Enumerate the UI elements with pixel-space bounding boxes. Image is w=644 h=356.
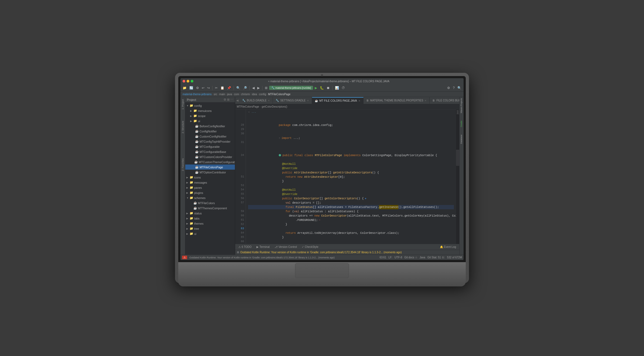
find-more-icon[interactable]: 🔎	[242, 85, 248, 90]
trackpad[interactable]	[295, 263, 349, 278]
java-file-icon: ☕	[193, 206, 197, 210]
copy-icon[interactable]: 📋	[219, 85, 225, 90]
chevron-right-icon: ▶	[186, 232, 189, 235]
undo-icon[interactable]: ↩	[201, 85, 205, 90]
breadcrumb-chrisrm[interactable]: chrisrm	[241, 93, 250, 96]
project-panel-tab[interactable]: 1: Project	[181, 98, 185, 111]
favorites-panel-tab[interactable]: 2: Favorites	[181, 157, 185, 172]
panel-layout-icon[interactable]: ⊞	[227, 98, 229, 101]
tab-nav-left[interactable]: ◀	[235, 99, 239, 102]
status-encoding[interactable]: UTF-8	[395, 256, 402, 259]
terminal-tab[interactable]: ▶ Terminal	[254, 245, 272, 249]
tree-item-panes[interactable]: ▶ 📁 panes	[185, 185, 235, 190]
tree-item-mtthemescomponent[interactable]: ▶ ☕ MTThemesComponent	[185, 206, 235, 211]
tree-item-mtconfigurable[interactable]: ▶ ☕ MTConfigurable	[185, 144, 235, 149]
version-control-tab[interactable]: ⎇ Version Control	[272, 245, 299, 249]
editor-breadcrumb-method[interactable]: getColorDescriptors()	[262, 105, 287, 108]
breadcrumb-root[interactable]: material-theme-jetbrains	[183, 93, 212, 96]
maven-projects-tab[interactable]: Maven Projects	[460, 97, 463, 114]
project-icon[interactable]: 📁	[181, 85, 188, 90]
code-line	[248, 132, 454, 136]
status-position[interactable]: 63:61	[379, 256, 386, 259]
tree-item-status[interactable]: ▶ 📁 status	[185, 211, 235, 216]
tree-item-messages[interactable]: ▶ 📁 messages	[185, 180, 235, 185]
event-log-tab[interactable]: 🔔 Event Log	[438, 245, 458, 249]
tree-item-mtcustomcolorsprovider[interactable]: ▶ ☕ MTCustomColorsProvider	[185, 154, 235, 159]
breadcrumb-java[interactable]: java	[227, 93, 232, 96]
paste-icon[interactable]: 📌	[226, 85, 232, 90]
tree-item-mtconfigurablebase[interactable]: ▶ ☕ MTConfigurableBase	[185, 149, 235, 154]
tab-material-theme-bundle[interactable]: 🗎 MATERIAL THEME BUNDLE.PROPERTIES ✕	[364, 97, 430, 104]
tree-item-tree[interactable]: ▶ 📁 tree	[185, 226, 235, 231]
tree-item-mtfilecolors[interactable]: ▶ ☕ MTFileColors	[185, 200, 235, 206]
back-icon[interactable]: ◀	[251, 85, 256, 90]
tab-build-gradle[interactable]: 🔧 BUILD.GRADLE ✕	[239, 97, 273, 104]
run-icon[interactable]: ▶	[314, 85, 318, 90]
tree-item-config[interactable]: ▼ 📁 config	[185, 103, 235, 108]
tree-item-schemes[interactable]: ▼ 📁 schemes	[185, 195, 235, 200]
tree-item-ui2[interactable]: ▶ 📁 ui	[185, 231, 235, 236]
tab-settings-gradle[interactable]: 🔧 SETTINGS.GRADLE ✕	[273, 97, 312, 104]
breadcrumb-src[interactable]: src	[214, 93, 217, 96]
tree-item-themes[interactable]: ▶ 📁 themes	[185, 221, 235, 226]
search-icon[interactable]: 🔍	[456, 85, 463, 90]
checkstyle-tab[interactable]: ✓ CheckStyle	[300, 245, 321, 249]
breadcrumb-current[interactable]: MTFileColorsPage	[268, 93, 290, 96]
tree-label: status	[194, 212, 202, 215]
tree-item-confignotifier[interactable]: ▶ ☕ ConfigNotifier	[185, 129, 235, 134]
minimize-button[interactable]	[187, 80, 189, 83]
maximize-button[interactable]	[191, 80, 193, 83]
status-lang[interactable]: Java	[420, 256, 425, 259]
run-config-btn[interactable]: 🔧 material-theme-jetbrains [run/ide]	[269, 86, 313, 90]
status-error-badge[interactable]: ⚠	[182, 256, 187, 259]
tree-item-mtoptioncontributor[interactable]: ▶ ☕ MTOptionContributor	[185, 170, 235, 175]
tree-item-customconfignotifier[interactable]: ▶ ☕ CustomConfigNotifier	[185, 134, 235, 139]
code-editor[interactable]: 28 29 30 31 34	[235, 109, 459, 244]
close-icon[interactable]: ✕	[307, 99, 309, 102]
tree-item-plugins[interactable]: ▶ 📁 plugins	[185, 190, 235, 195]
profile-icon[interactable]: ⏱	[341, 85, 346, 90]
help-icon[interactable]: ?	[452, 85, 456, 90]
close-button[interactable]	[183, 80, 185, 83]
tree-item-scope[interactable]: ▶ 📁 scope	[185, 113, 235, 118]
sync-icon[interactable]: 🔄	[188, 85, 194, 90]
todo-tab[interactable]: ⚠ 6 TODO	[236, 245, 254, 249]
panel-more-icon[interactable]: ⋯	[230, 98, 233, 101]
forward-icon[interactable]: ▶	[256, 85, 261, 90]
stop-icon[interactable]: ⏹	[326, 85, 331, 90]
settings2-icon[interactable]: ⚙	[446, 85, 451, 90]
structure-panel-tab[interactable]: 2: Structure	[181, 120, 185, 135]
close-icon[interactable]: ✕	[424, 99, 427, 102]
tree-item-ui[interactable]: ▶ 📁 ui	[185, 118, 235, 124]
debug-icon[interactable]: 🐛	[319, 85, 325, 90]
panel-gear-icon[interactable]: ⚙	[224, 98, 226, 101]
breadcrumb-config[interactable]: config	[259, 93, 266, 96]
tree-item-icons[interactable]: ▶ 📁 icons	[185, 175, 235, 180]
redo-icon[interactable]: ↪	[206, 85, 211, 90]
code-content[interactable]: + ... package com.chrisrm.idea.config;	[246, 109, 456, 244]
tab-mt-file-colors[interactable]: ☕ MT FILE COLORS PAGE.JAVA ✕	[312, 97, 363, 104]
cut-icon[interactable]: ✂	[214, 85, 219, 90]
find-icon[interactable]: 🔍	[235, 85, 241, 90]
todo-label: 6 TODO	[242, 245, 252, 248]
settings-icon[interactable]: ⚙	[195, 85, 200, 90]
close-icon[interactable]: ✕	[268, 99, 270, 102]
breadcrumb-com[interactable]: com	[234, 93, 239, 96]
close-icon[interactable]: ✕	[358, 100, 361, 102]
tree-item-mtcustomthemeconfigurable[interactable]: ▶ ☕ MTCustomThemeConfigurable	[185, 159, 235, 165]
tree-item-menuicons[interactable]: ▶ 📁 menuicons	[185, 108, 235, 113]
tree-item-tabs[interactable]: ▶ 📁 tabs	[185, 216, 235, 221]
database-tab[interactable]: Database	[460, 134, 463, 145]
coverage-icon[interactable]: 📊	[334, 85, 340, 90]
status-memory[interactable]: 532 of 672M	[447, 256, 462, 259]
gradle-tab[interactable]: Gradle	[460, 119, 463, 128]
breadcrumb-idea[interactable]: idea	[252, 93, 257, 96]
tab-file-colors-bundle[interactable]: 🗎 FILE COLORS BUNDLE.PROPERTIES ✕	[430, 97, 459, 104]
tree-item-mtconfigtophitprovider[interactable]: ▶ ☕ MTConfigTopHitProvider	[185, 139, 235, 144]
breadcrumb-main[interactable]: main	[219, 93, 225, 96]
tree-item-mtfilecolorspage[interactable]: ▶ ☕ MTFileColorsPage	[185, 165, 235, 170]
laptop: ≈ material-theme-jetbrains [~/IdeaProjec…	[175, 73, 469, 283]
grid-icon[interactable]: ⊞	[264, 85, 269, 90]
editor-breadcrumb-file[interactable]: MTFileColorsPage	[237, 105, 259, 108]
tree-item-beforeconfignotifier[interactable]: ▶ ☕ BeforeConfigNotifier	[185, 124, 235, 129]
